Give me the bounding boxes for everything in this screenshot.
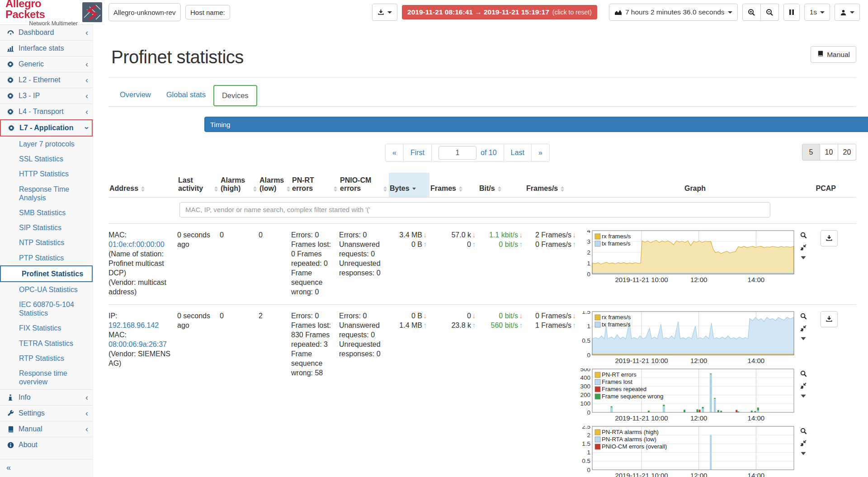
address-link[interactable]: 192.168.96.142 [108, 321, 174, 330]
filter-button-timing[interactable]: Timing [204, 117, 868, 132]
chart-zoom-button[interactable] [800, 428, 807, 434]
tab-devices[interactable]: Devices [213, 85, 257, 106]
page-size-button-20[interactable]: 20 [838, 144, 856, 161]
download-icon [377, 9, 384, 16]
stat-down-value: 1.1 kbit/s↓ [478, 230, 523, 240]
table-row: MAC:01:0e:cf:00:00:00(Name of station: P… [108, 224, 856, 305]
column-header-alarms_low[interactable]: Alarms (low) [259, 173, 291, 197]
wrench-icon [6, 410, 15, 417]
page-last-button[interactable]: Last [504, 144, 531, 161]
column-header-bits[interactable]: Bit/s [478, 173, 525, 197]
cell-pn-rt-errors: Errors: 0 Frames lost: 0 Frames repeated… [291, 230, 339, 297]
sidebar-item-manual[interactable]: Manual‹ [0, 421, 93, 437]
sidebar-subitem-sip-statistics[interactable]: SIP Statistics [0, 220, 93, 235]
sidebar-item-l7-application[interactable]: L7 - Application‹ [0, 119, 93, 137]
sidebar-item-about-label: About [19, 441, 88, 449]
chart-block-row2-frames: rx frames/stx frames/s00.511.52019-11-21… [579, 311, 812, 366]
pause-button[interactable] [783, 4, 800, 21]
chart-resize-button[interactable] [800, 244, 807, 250]
column-header-pnio_cm_errors[interactable]: PNIO-CM errors [339, 173, 389, 197]
column-header-frames[interactable]: Frames [429, 173, 478, 197]
chart-resize-button[interactable] [800, 440, 807, 446]
sidebar-item-l3-ip[interactable]: L3 - IP‹ [0, 88, 93, 104]
sidebar-subitem-response-time-overview[interactable]: Response time overview [0, 366, 93, 389]
sidebar-item-interface-stats[interactable]: Interface stats [0, 40, 93, 56]
sidebar-subitem-layer-7-protocols[interactable]: Layer 7 protocols [0, 137, 93, 151]
svg-text:14:00: 14:00 [748, 414, 765, 422]
stat-up-value: 23.8 k↑ [429, 321, 476, 330]
chart-resize-button[interactable] [800, 325, 807, 331]
address-link[interactable]: 08:00:06:9a:26:37 [108, 340, 174, 349]
chevron-left-icon: ‹ [85, 30, 88, 35]
column-header-pn_rt_errors[interactable]: PN-RT errors [291, 173, 339, 197]
page-number-input[interactable] [439, 146, 476, 160]
sidebar-subitem-tetra-statistics[interactable]: TETRA Statistics [0, 336, 93, 351]
device-name-input[interactable] [108, 3, 181, 21]
page-prev-button[interactable]: « [386, 144, 403, 161]
chart-resize-button[interactable] [800, 383, 807, 389]
chart-zoom-button[interactable] [800, 313, 807, 320]
page-next-button[interactable]: » [531, 144, 549, 161]
sidebar-item-l4-transport[interactable]: L4 - Transport‹ [0, 104, 93, 119]
caret-down-icon [820, 11, 825, 14]
zoom-out-button[interactable] [761, 4, 779, 21]
chart-zoom-button[interactable] [800, 232, 807, 239]
sidebar-subitem-opc-ua-statistics[interactable]: OPC-UA Statistics [0, 282, 93, 297]
gear-icon [7, 124, 16, 132]
sidebar-item-dashboard[interactable]: Dashboard‹ [0, 24, 93, 40]
svg-text:300: 300 [580, 383, 590, 389]
column-header-address[interactable]: Address [108, 173, 177, 197]
download-menu-button[interactable] [372, 4, 397, 21]
chart-zoom-button[interactable] [800, 370, 807, 377]
page-size-button-10[interactable]: 10 [820, 144, 838, 161]
brand-logo: Allegro Packets Network Multimeter [5, 0, 78, 26]
sidebar-subitem-smb-statistics[interactable]: SMB Statistics [0, 205, 93, 220]
sidebar-item-info[interactable]: Info‹ [0, 389, 93, 405]
chart-collapse-button[interactable] [801, 337, 806, 340]
column-header-bytes[interactable]: Bytes [389, 173, 429, 197]
tab-overview[interactable]: Overview [112, 85, 159, 106]
sort-icon [498, 186, 501, 192]
user-menu-button[interactable] [835, 4, 860, 21]
sidebar-item-about[interactable]: About [0, 437, 93, 453]
sidebar-item-l2-ethernet[interactable]: L2 - Ethernet‹ [0, 72, 93, 88]
arrow-up-icon: ↑ [519, 321, 523, 329]
time-range-reset-badge[interactable]: 2019-11-21 08:16:41 → 2019-11-21 15:19:1… [402, 5, 597, 19]
tab-global-stats[interactable]: Global stats [159, 85, 213, 106]
refresh-interval-dropdown[interactable]: 1s [804, 4, 830, 21]
pcap-download-button[interactable] [821, 230, 838, 246]
pcap-download-button[interactable] [821, 311, 838, 327]
sidebar-subitem-ptp-statistics[interactable]: PTP Statistics [0, 250, 93, 265]
sidebar-subitem-profinet-statistics[interactable]: Profinet Statistics [0, 265, 93, 282]
chart-collapse-button[interactable] [801, 256, 806, 260]
sidebar-collapse-button[interactable]: « [0, 459, 93, 477]
sidebar-subitem-response-time-analysis[interactable]: Response Time Analysis [0, 182, 93, 205]
svg-text:2.5: 2.5 [582, 426, 590, 430]
manual-button[interactable]: Manual [811, 46, 856, 63]
column-label-pnio_cm_errors: PNIO-CM errors [340, 176, 381, 193]
chart-collapse-button[interactable] [801, 394, 806, 398]
sidebar-subitem-iec-60870-5-104-statistics[interactable]: IEC 60870-5-104 Statistics [0, 297, 93, 321]
page-size-button-5[interactable]: 5 [802, 144, 820, 161]
sidebar-subitem-ntp-statistics[interactable]: NTP Statistics [0, 235, 93, 250]
page-first-button[interactable]: First [403, 144, 431, 161]
cell-bits: 0 bit/s↓560 bit/s↑ [478, 311, 525, 330]
chart-collapse-button[interactable] [801, 452, 806, 455]
sidebar-subitem-http-statistics[interactable]: HTTP Statistics [0, 166, 93, 181]
zoom-in-button[interactable] [742, 4, 761, 21]
sidebar-item-generic[interactable]: Generic‹ [0, 56, 93, 72]
chevron-left-icon: ‹ [85, 78, 88, 82]
device-search-input[interactable] [179, 202, 770, 217]
column-header-alarms_high[interactable]: Alarms (high) [220, 173, 259, 197]
chart-row2-errors: PN-RT errorsFrames lostFrames repeatedFr… [579, 368, 796, 423]
column-label-graph: Graph [684, 184, 706, 193]
address-link[interactable]: 01:0e:cf:00:00:00 [108, 240, 174, 249]
sidebar-subitem-rtp-statistics[interactable]: RTP Statistics [0, 351, 93, 366]
column-header-last_activity[interactable]: Last activity [177, 173, 220, 197]
sidebar-item-settings[interactable]: Settings‹ [0, 405, 93, 421]
svg-text:12:00: 12:00 [690, 414, 708, 422]
column-header-frames_s[interactable]: Frames/s [525, 173, 579, 197]
time-window-dropdown[interactable]: 7 hours 2 minutes 36.0 seconds [609, 4, 738, 21]
sidebar-subitem-ssl-statistics[interactable]: SSL Statistics [0, 151, 93, 166]
sidebar-subitem-fix-statistics[interactable]: FIX Statistics [0, 321, 93, 335]
